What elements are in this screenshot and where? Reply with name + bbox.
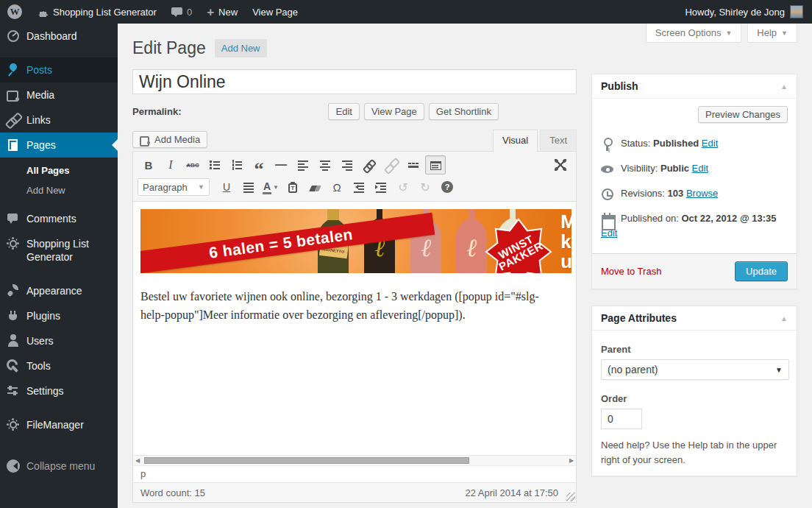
page-attributes-body: Parent (no parent) ▼ Order Need help? Us… — [592, 331, 797, 476]
sidebar-item-plugins[interactable]: Plugins — [0, 303, 118, 328]
fullscreen-button[interactable] — [550, 155, 571, 174]
numbered-list-button[interactable] — [227, 155, 247, 174]
browse-revisions-link[interactable]: Browse — [686, 188, 718, 199]
eraser-icon — [309, 186, 321, 191]
bold-button[interactable]: B — [138, 155, 159, 174]
sidebar-item-media[interactable]: Media — [0, 82, 118, 107]
italic-button[interactable]: I — [160, 155, 181, 174]
sidebar-item-dashboard[interactable]: Dashboard — [0, 24, 118, 49]
strikethrough-button[interactable]: ABC — [182, 155, 203, 174]
sidebar-item-pages[interactable]: Pages — [0, 133, 118, 158]
sidebar-item-tools[interactable]: Tools — [0, 353, 118, 378]
submenu-item-all-pages[interactable]: All Pages — [0, 160, 118, 180]
wordpress-logo-menu[interactable]: W — [0, 0, 29, 24]
new-label: New — [218, 7, 238, 18]
sidebar-item-comments[interactable]: Comments — [0, 206, 118, 231]
align-center-button[interactable] — [315, 155, 335, 174]
account-menu[interactable]: Howdy, Shirley de Jong — [685, 5, 812, 18]
gear-icon — [6, 417, 21, 432]
chevron-down-icon: ▼ — [775, 366, 783, 374]
parent-select[interactable]: (no parent) ▼ — [601, 359, 789, 380]
undo-button[interactable]: ↺ — [393, 177, 413, 197]
post-title-input[interactable] — [132, 69, 577, 94]
edit-visibility-link[interactable]: Edit — [692, 163, 708, 174]
paste-as-text-button[interactable] — [282, 177, 303, 197]
pin-icon — [6, 63, 21, 77]
element-path[interactable]: p — [140, 468, 146, 479]
sidebar-item-shopping-list-generator[interactable]: Shopping List Generator — [0, 231, 118, 269]
screen-options-button[interactable]: Screen Options ▼ — [646, 24, 742, 43]
align-left-button[interactable] — [293, 155, 313, 174]
sidebar-collapse-menu[interactable]: Collapse menu — [0, 454, 118, 479]
tab-visual[interactable]: Visual — [493, 130, 538, 152]
sidebar-item-users[interactable]: Users — [0, 328, 118, 353]
move-to-trash-link[interactable]: Move to Trash — [601, 266, 661, 277]
published-on-row: Published on: Oct 22, 2012 @ 13:35 — [601, 207, 788, 227]
wrench-icon — [6, 359, 21, 373]
site-name-label: Shopping List Generator — [53, 7, 157, 18]
underline-button[interactable]: U — [216, 177, 237, 197]
edit-status-link[interactable]: Edit — [702, 138, 718, 149]
word-count-label: Word count: — [140, 487, 192, 498]
special-character-button[interactable]: Ω — [327, 177, 347, 197]
update-button[interactable]: Update — [735, 261, 788, 281]
editor-content[interactable]: MIONETTO ℓ ℓ ℓ ℓ 6 halen = 5 betalen — [133, 202, 576, 455]
sidebar-item-settings[interactable]: Settings — [0, 378, 118, 403]
insert-link-button[interactable] — [359, 155, 380, 174]
justify-button[interactable] — [238, 177, 259, 197]
comments-menu[interactable]: 0 — [164, 0, 199, 24]
redo-button[interactable]: ↻ — [415, 177, 435, 197]
insert-more-tag-button[interactable] — [403, 155, 424, 174]
tab-text[interactable]: Text — [540, 130, 577, 151]
chevron-down-icon: ▼ — [781, 29, 788, 37]
preview-changes-button[interactable]: Preview Changes — [698, 106, 788, 123]
clear-formatting-button[interactable] — [304, 177, 325, 197]
sidebar-item-filemanager[interactable]: FileManager — [0, 412, 118, 437]
blockquote-button[interactable]: “ — [249, 155, 269, 174]
get-shortlink-button[interactable]: Get Shortlink — [429, 103, 499, 120]
page-attributes-header[interactable]: Page Attributes ▲ — [592, 306, 797, 331]
view-page-link[interactable]: View Page — [245, 0, 305, 24]
page-body-text[interactable]: Bestel uw favoriete wijnen ook online, b… — [140, 288, 552, 325]
text-color-button[interactable]: A ▼ — [260, 177, 281, 197]
align-right-button[interactable] — [337, 155, 357, 174]
editor-help-button[interactable]: ? — [437, 177, 457, 197]
new-content-menu[interactable]: + New — [199, 0, 245, 24]
revisions-value: 103 — [668, 188, 684, 199]
horizontal-scrollbar[interactable]: ◀ ▶ — [133, 455, 576, 465]
sidebar-item-posts[interactable]: Posts — [0, 57, 118, 82]
permalink-edit-button[interactable]: Edit — [328, 103, 359, 120]
publish-box-body: Preview Changes Status: Published Edit V… — [592, 99, 797, 253]
collapse-toggle-icon[interactable]: ▲ — [780, 314, 788, 322]
publish-box-header[interactable]: Publish ▲ — [592, 74, 797, 99]
order-input[interactable] — [601, 409, 642, 429]
submenu-item-add-new[interactable]: Add New — [0, 180, 118, 200]
permalink-buttons: Edit View Page Get Shortlink — [328, 103, 498, 120]
resize-grip[interactable] — [566, 493, 575, 501]
scroll-right-arrow-icon[interactable]: ▶ — [567, 456, 576, 465]
remove-link-button[interactable] — [381, 155, 402, 174]
side-column: Publish ▲ Preview Changes Status: Publis… — [591, 74, 797, 493]
comment-bubble-icon — [171, 7, 182, 17]
scroll-left-arrow-icon[interactable]: ◀ — [133, 456, 142, 465]
site-name-menu[interactable]: Shopping List Generator — [29, 0, 164, 24]
sidebar-item-links[interactable]: Links — [0, 107, 118, 133]
sidebar-item-appearance[interactable]: Appearance — [0, 278, 118, 303]
paragraph-format-dropdown[interactable]: Paragraph ▼ — [138, 178, 210, 196]
horizontal-rule-button[interactable]: — — [271, 155, 291, 174]
collapse-toggle-icon[interactable]: ▲ — [780, 82, 788, 91]
indent-button[interactable] — [371, 177, 391, 197]
add-new-button[interactable]: Add New — [215, 39, 267, 57]
outdent-button[interactable] — [349, 177, 369, 197]
post-status-icon — [601, 138, 614, 151]
cut-off-text: M k u — [560, 212, 571, 272]
help-button[interactable]: Help ▼ — [747, 24, 797, 43]
view-page-button[interactable]: View Page — [364, 103, 424, 120]
scrollbar-thumb[interactable] — [144, 457, 469, 464]
toolbar-toggle-button[interactable] — [425, 155, 446, 174]
plug-icon — [6, 308, 21, 323]
pages-icon — [6, 138, 21, 152]
add-media-button[interactable]: Add Media — [132, 131, 207, 148]
admin-sidebar: Dashboard Posts Media Links Pages All Pa… — [0, 24, 118, 508]
bulleted-list-button[interactable] — [204, 155, 225, 174]
